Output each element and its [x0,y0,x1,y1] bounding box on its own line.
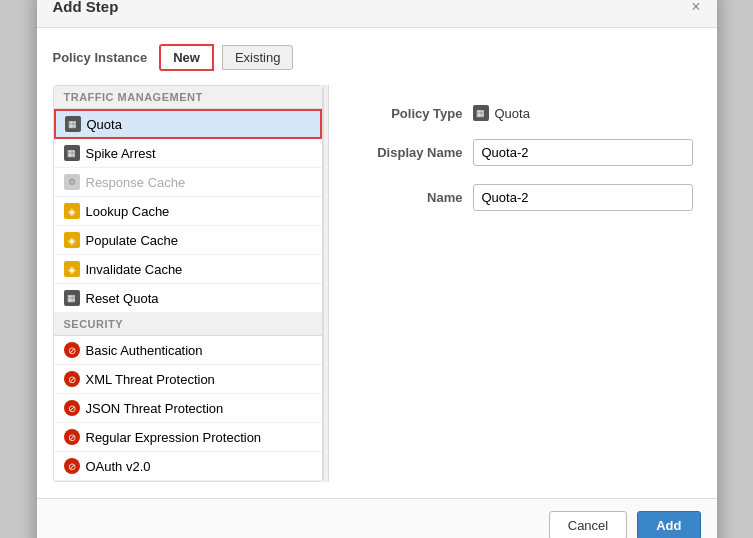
dialog-title: Add Step [53,0,119,15]
list-item-populate-cache[interactable]: ◈ Populate Cache [54,226,322,255]
reset-quota-icon: ▦ [64,290,80,306]
list-item-json-threat-label: JSON Threat Protection [86,401,224,416]
list-item-json-threat[interactable]: ⊘ JSON Threat Protection [54,394,322,423]
list-item-oauth-label: OAuth v2.0 [86,459,151,474]
dialog-body: Policy Instance New Existing TRAFFIC MAN… [37,28,717,498]
xml-threat-icon: ⊘ [64,371,80,387]
name-input[interactable] [473,184,693,211]
tab-existing[interactable]: Existing [222,45,294,70]
policy-type-icon: ▦ [473,105,489,121]
add-step-dialog: Add Step × Policy Instance New Existing … [37,0,717,538]
policy-type-text: Quota [495,106,530,121]
policy-type-value: ▦ Quota [473,105,530,121]
right-panel: Policy Type ▦ Quota Display Name Name [329,85,717,482]
policy-instance-label: Policy Instance [53,50,148,65]
invalidate-cache-icon: ◈ [64,261,80,277]
list-item-reset-quota-label: Reset Quota [86,291,159,306]
list-item-spike-arrest[interactable]: ▦ Spike Arrest [54,139,322,168]
list-item-basic-auth[interactable]: ⊘ Basic Authentication [54,336,322,365]
populate-cache-icon: ◈ [64,232,80,248]
left-panel: TRAFFIC MANAGEMENT ▦ Quota ▦ Spike Arres… [53,85,323,482]
list-item-xml-threat[interactable]: ⊘ XML Threat Protection [54,365,322,394]
list-item-response-cache: ⚙ Response Cache [54,168,322,197]
list-item-populate-cache-label: Populate Cache [86,233,179,248]
response-cache-icon: ⚙ [64,174,80,190]
dialog-footer: Cancel Add [37,498,717,538]
list-item-invalidate-cache[interactable]: ◈ Invalidate Cache [54,255,322,284]
quota-icon: ▦ [65,116,81,132]
list-item-lookup-cache[interactable]: ◈ Lookup Cache [54,197,322,226]
name-label: Name [353,190,463,205]
tab-new[interactable]: New [159,44,214,71]
list-item-reset-quota[interactable]: ▦ Reset Quota [54,284,322,313]
spike-arrest-icon: ▦ [64,145,80,161]
list-item-quota[interactable]: ▦ Quota [54,109,322,139]
list-item-xml-threat-label: XML Threat Protection [86,372,215,387]
dialog-header: Add Step × [37,0,717,28]
list-item-response-cache-label: Response Cache [86,175,186,190]
section-header-traffic: TRAFFIC MANAGEMENT [54,86,322,109]
list-item-lookup-cache-label: Lookup Cache [86,204,170,219]
display-name-input[interactable] [473,139,693,166]
section-header-security: SECURITY [54,313,322,336]
basic-auth-icon: ⊘ [64,342,80,358]
name-row: Name [353,184,693,211]
add-button[interactable]: Add [637,511,700,538]
display-name-label: Display Name [353,145,463,160]
list-item-oauth[interactable]: ⊘ OAuth v2.0 [54,452,322,481]
list-item-invalidate-cache-label: Invalidate Cache [86,262,183,277]
list-item-basic-auth-label: Basic Authentication [86,343,203,358]
policy-instance-row: Policy Instance New Existing [53,44,701,71]
lookup-cache-icon: ◈ [64,203,80,219]
close-button[interactable]: × [691,0,700,15]
regex-protection-icon: ⊘ [64,429,80,445]
policy-type-label: Policy Type [353,106,463,121]
cancel-button[interactable]: Cancel [549,511,627,538]
list-item-regex-protection-label: Regular Expression Protection [86,430,262,445]
main-content: TRAFFIC MANAGEMENT ▦ Quota ▦ Spike Arres… [53,85,701,482]
policy-type-row: Policy Type ▦ Quota [353,105,693,121]
list-item-quota-label: Quota [87,117,122,132]
json-threat-icon: ⊘ [64,400,80,416]
list-item-spike-arrest-label: Spike Arrest [86,146,156,161]
oauth-icon: ⊘ [64,458,80,474]
list-item-regex-protection[interactable]: ⊘ Regular Expression Protection [54,423,322,452]
display-name-row: Display Name [353,139,693,166]
